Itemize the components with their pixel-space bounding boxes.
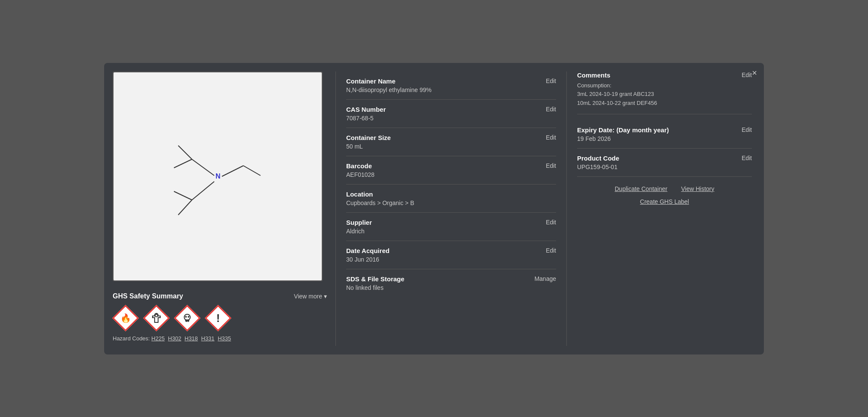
field-date-acquired: Date Acquired Edit 30 Jun 2016 <box>346 241 556 269</box>
hazard-codes: Hazard Codes: H225 H302 H318 H331 H335 <box>113 335 327 342</box>
product-code-value: UPG159-05-01 <box>577 164 752 170</box>
duplicate-container-button[interactable]: Duplicate Container <box>615 185 667 192</box>
ghs-summary: GHS Safety Summary View more ▾ 🔥 <box>113 288 327 346</box>
svg-line-5 <box>174 191 192 200</box>
modal-body: N <box>104 63 764 354</box>
container-name-label: Container Name <box>346 77 395 85</box>
hazard-code-h318[interactable]: H318 <box>185 335 198 342</box>
field-location: Location Cupboards > Organic > B <box>346 185 556 213</box>
irritant-icon: ! <box>205 305 231 331</box>
field-barcode: Barcode Edit AEF01028 <box>346 156 556 185</box>
comments-text: Consumption: 3mL 2024-10-19 grant ABC123… <box>577 81 752 108</box>
svg-line-7 <box>222 166 243 176</box>
svg-line-8 <box>243 166 260 176</box>
field-cas-number: CAS Number Edit 7087-68-5 <box>346 100 556 128</box>
create-ghs-label-button[interactable]: Create GHS Label <box>640 198 689 205</box>
date-acquired-edit-button[interactable]: Edit <box>546 247 556 254</box>
supplier-edit-button[interactable]: Edit <box>546 219 556 226</box>
view-more-button[interactable]: View more ▾ <box>294 293 327 300</box>
comments-label: Comments <box>577 71 611 79</box>
svg-line-3 <box>178 146 192 159</box>
right-panel: Comments Edit Consumption: 3mL 2024-10-1… <box>575 71 755 346</box>
container-name-value: N,N-diisopropyl ethylamine 99% <box>346 86 556 93</box>
container-size-value: 50 mL <box>346 143 556 150</box>
comments-section: Comments Edit Consumption: 3mL 2024-10-1… <box>577 71 752 114</box>
svg-point-12 <box>188 316 189 318</box>
svg-line-4 <box>192 182 214 200</box>
modal: × N <box>104 63 764 354</box>
svg-point-11 <box>185 316 187 318</box>
product-code-edit-button[interactable]: Edit <box>742 155 752 161</box>
view-history-button[interactable]: View History <box>681 185 715 192</box>
barcode-label: Barcode <box>346 162 372 170</box>
hazard-code-h302[interactable]: H302 <box>168 335 181 342</box>
product-code-label: Product Code <box>577 155 619 162</box>
hazard-code-h225[interactable]: H225 <box>151 335 165 342</box>
barcode-value: AEF01028 <box>346 171 556 178</box>
comments-edit-button[interactable]: Edit <box>742 71 752 79</box>
cas-number-label: CAS Number <box>346 106 386 113</box>
container-name-edit-button[interactable]: Edit <box>546 77 556 84</box>
cas-number-value: 7087-68-5 <box>346 115 556 122</box>
cas-number-edit-button[interactable]: Edit <box>546 106 556 113</box>
ghs-icons-row: 🔥 <box>113 305 327 331</box>
field-container-size: Container Size Edit 50 mL <box>346 128 556 156</box>
field-supplier: Supplier Edit Aldrich <box>346 213 556 241</box>
sds-manage-button[interactable]: Manage <box>534 275 556 282</box>
expiry-date-edit-button[interactable]: Edit <box>742 126 752 133</box>
location-label: Location <box>346 191 373 198</box>
svg-text:N: N <box>216 173 221 180</box>
barcode-edit-button[interactable]: Edit <box>546 162 556 169</box>
expiry-date-value: 19 Feb 2026 <box>577 135 752 142</box>
middle-panel: Container Name Edit N,N-diisopropyl ethy… <box>335 71 567 346</box>
location-value: Cupboards > Organic > B <box>346 200 556 206</box>
hazard-code-h335[interactable]: H335 <box>218 335 231 342</box>
sds-value: No linked files <box>346 284 556 291</box>
supplier-value: Aldrich <box>346 228 556 235</box>
health-hazard-icon <box>144 305 169 331</box>
expiry-date-label: Expiry Date: (Day month year) <box>577 126 669 134</box>
ghs-title: GHS Safety Summary <box>113 292 183 300</box>
container-size-edit-button[interactable]: Edit <box>546 134 556 141</box>
field-sds: SDS & File Storage Manage No linked file… <box>346 269 556 297</box>
actions-section: Duplicate Container View History Create … <box>577 185 752 205</box>
svg-line-6 <box>178 200 192 215</box>
sds-label: SDS & File Storage <box>346 275 404 283</box>
field-product-code: Product Code Edit UPG159-05-01 <box>577 149 752 177</box>
flammable-icon: 🔥 <box>113 305 138 331</box>
supplier-label: Supplier <box>346 219 372 226</box>
field-expiry-date: Expiry Date: (Day month year) Edit 19 Fe… <box>577 120 752 149</box>
date-acquired-label: Date Acquired <box>346 247 389 254</box>
action-links-row: Duplicate Container View History <box>615 185 715 192</box>
svg-line-2 <box>174 159 192 168</box>
ghs-title-row: GHS Safety Summary View more ▾ <box>113 292 327 300</box>
svg-line-1 <box>192 159 214 176</box>
toxic-icon <box>174 305 200 331</box>
field-container-name: Container Name Edit N,N-diisopropyl ethy… <box>346 71 556 100</box>
close-button[interactable]: × <box>752 68 757 78</box>
left-panel: N <box>113 71 327 346</box>
molecule-image: N <box>113 71 323 281</box>
hazard-code-h331[interactable]: H331 <box>201 335 214 342</box>
date-acquired-value: 30 Jun 2016 <box>346 256 556 263</box>
container-size-label: Container Size <box>346 134 391 141</box>
